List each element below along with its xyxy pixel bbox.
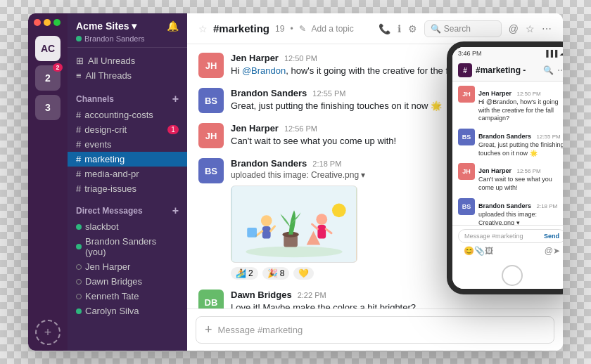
channels-section-header: Channels + xyxy=(68,89,187,108)
sidebar-item-all-unreads[interactable]: ⊞ All Unreads xyxy=(68,53,187,68)
mobile-msg-author-2: Brandon Sanders xyxy=(478,133,531,140)
phone-icon[interactable]: 📞 xyxy=(379,23,390,34)
workspace-icon-2[interactable]: 2 2 xyxy=(35,65,61,91)
mobile-emoji-icon[interactable]: 😊 xyxy=(464,246,474,256)
info-icon[interactable]: ℹ xyxy=(398,23,401,34)
add-topic-label[interactable]: Add a topic xyxy=(312,24,354,34)
sidebar-item-jen-harper[interactable]: Jen Harper xyxy=(68,259,187,274)
msg-author-2: Brandon Sanders xyxy=(231,88,307,98)
message-input-area: + Message #marketing xyxy=(187,308,563,351)
workspace-icon-1[interactable]: AC xyxy=(35,36,61,61)
carolyn-status xyxy=(76,308,82,314)
mobile-send-label[interactable]: Send xyxy=(544,233,559,240)
mobile-messages: JH Jen Harper 12:50 PM Hi @Brandon, how'… xyxy=(452,82,563,225)
maximize-button[interactable] xyxy=(53,19,61,26)
minimize-button[interactable] xyxy=(44,19,51,26)
mobile-attach-icon[interactable]: 📎 xyxy=(474,246,485,256)
mobile-msg-content-3: Jen Harper 12:56 PM Can't wait to see wh… xyxy=(478,163,563,192)
edit-icon[interactable]: ✎ xyxy=(299,24,306,34)
mobile-input-area: Message #marketing Send 😊 📎 🖼 @ ➤ xyxy=(452,225,563,262)
svg-rect-9 xyxy=(317,225,326,239)
input-placeholder[interactable]: Message #marketing xyxy=(218,325,545,335)
jen-status xyxy=(76,264,82,270)
input-add-icon[interactable]: + xyxy=(205,323,212,337)
avatar-dawn: DB xyxy=(198,290,224,308)
workspace-name[interactable]: Acme Sites ▾ xyxy=(76,20,136,32)
channel-header: ☆ #marketing 19 • ✎ Add a topic 📞 ℹ ⚙ 🔍 … xyxy=(187,13,563,44)
status-dot xyxy=(76,36,82,41)
sidebar-item-slackbot[interactable]: slackbot xyxy=(68,219,187,234)
msg-author-1: Jen Harper xyxy=(231,53,279,63)
close-button[interactable] xyxy=(34,19,41,26)
mobile-at-icon[interactable]: @ xyxy=(545,246,553,256)
mobile-input-box[interactable]: Message #marketing Send xyxy=(458,229,563,243)
mobile-home-button[interactable] xyxy=(502,265,523,286)
sidebar-item-marketing[interactable]: # marketing xyxy=(68,152,187,167)
at-icon[interactable]: @ xyxy=(509,23,519,34)
mobile-search-icon[interactable]: 🔍 xyxy=(543,65,554,75)
msg-time-3: 12:56 PM xyxy=(284,124,317,133)
svg-point-12 xyxy=(332,204,346,218)
sidebar-item-brandon[interactable]: Brandon Sanders (you) xyxy=(68,234,187,259)
mobile-header: # #marketing - 🔍 ⋯ xyxy=(452,60,563,82)
sidebar-item-media-and-pr[interactable]: # media-and-pr xyxy=(68,167,187,181)
mobile-send-icon[interactable]: ➤ xyxy=(553,246,560,256)
header-meta: 19 • ✎ Add a topic xyxy=(275,24,354,34)
sidebar-item-kenneth-tate[interactable]: Kenneth Tate xyxy=(68,289,187,304)
sidebar-item-dawn-bridges[interactable]: Dawn Bridges xyxy=(68,274,187,289)
mobile-avatar-brandon: BS xyxy=(458,129,475,145)
svg-point-8 xyxy=(316,214,327,225)
mobile-msg-author-4: Brandon Sanders xyxy=(478,202,531,209)
mobile-screen: 3:46 PM ▐▐▐ ☁ # #marketing - 🔍 ⋯ JH Jen … xyxy=(452,47,563,289)
svg-point-4 xyxy=(261,215,272,226)
mention-brandon: @Brandon xyxy=(242,65,286,76)
mobile-image-icon[interactable]: 🖼 xyxy=(485,246,493,256)
mobile-avatar-jen-2: JH xyxy=(458,163,475,180)
mobile-toolbar: 😊 📎 🖼 @ ➤ xyxy=(458,243,563,259)
mobile-more-icon[interactable]: ⋯ xyxy=(557,65,563,75)
sidebar-item-all-threads[interactable]: ≡ All Threads xyxy=(68,68,187,83)
search-box[interactable]: 🔍 Search xyxy=(424,20,502,37)
brandon-status xyxy=(76,244,82,249)
add-channel-icon[interactable]: + xyxy=(172,93,179,105)
mobile-mockup: 3:46 PM ▐▐▐ ☁ # #marketing - 🔍 ⋯ JH Jen … xyxy=(447,41,563,294)
sidebar-item-triage-issues[interactable]: # triage-issues xyxy=(68,181,187,196)
sidebar-item-accounting-costs[interactable]: # accounting-costs xyxy=(68,108,187,122)
workspace-badge-2: 2 xyxy=(53,63,63,72)
message-input-box[interactable]: + Message #marketing xyxy=(196,316,554,344)
icon-rail: AC 2 2 3 + xyxy=(28,13,68,351)
msg-time-1: 12:50 PM xyxy=(284,54,317,63)
mobile-msg-text-2: Great, just putting the finishing touche… xyxy=(478,141,563,157)
reaction-party[interactable]: 🎉 8 xyxy=(262,267,290,280)
sidebar-item-carolyn-silva[interactable]: Carolyn Silva xyxy=(68,304,187,318)
avatar-brandon-2: BS xyxy=(198,158,224,183)
slackbot-status xyxy=(76,224,82,230)
sidebar-item-events[interactable]: # events xyxy=(68,137,187,152)
avatar-jen-1: JH xyxy=(198,53,224,78)
reaction-surf[interactable]: 🏄 2 xyxy=(231,267,258,280)
star-icon[interactable]: ☆ xyxy=(198,23,208,34)
member-count: 19 xyxy=(275,24,284,34)
add-dm-icon[interactable]: + xyxy=(172,204,179,217)
bookmark-icon[interactable]: ☆ xyxy=(526,23,535,34)
sidebar-item-design-crit[interactable]: # design-crit 1 xyxy=(68,122,187,137)
mobile-msg-4: BS Brandon Sanders 2:18 PM uploaded this… xyxy=(458,198,563,225)
dm-section: Direct Messages + slackbot Brandon Sande… xyxy=(68,200,187,323)
sidebar-header: Acme Sites ▾ 🔔 Brandon Sanders xyxy=(68,13,187,48)
mobile-msg-content-2: Brandon Sanders 12:55 PM Great, just put… xyxy=(478,129,563,157)
channel-title: #marketing xyxy=(213,22,269,34)
design-crit-badge: 1 xyxy=(167,125,179,134)
dawn-status xyxy=(76,279,82,285)
mobile-msg-author-1: Jen Harper xyxy=(478,90,511,97)
image-preview xyxy=(231,186,357,263)
more-icon[interactable]: ⋯ xyxy=(542,23,552,34)
reaction-heart[interactable]: 💛 xyxy=(293,267,314,280)
msg-author-3: Jen Harper xyxy=(231,123,279,134)
add-workspace-button[interactable]: + xyxy=(35,320,61,345)
notification-bell-icon[interactable]: 🔔 xyxy=(167,20,179,32)
settings-icon[interactable]: ⚙ xyxy=(408,23,417,34)
svg-point-1 xyxy=(246,246,342,257)
workspace-icon-3[interactable]: 3 xyxy=(35,95,61,120)
mobile-msg-content-1: Jen Harper 12:50 PM Hi @Brandon, how's i… xyxy=(478,86,563,123)
threads-icon: ≡ xyxy=(76,70,82,81)
